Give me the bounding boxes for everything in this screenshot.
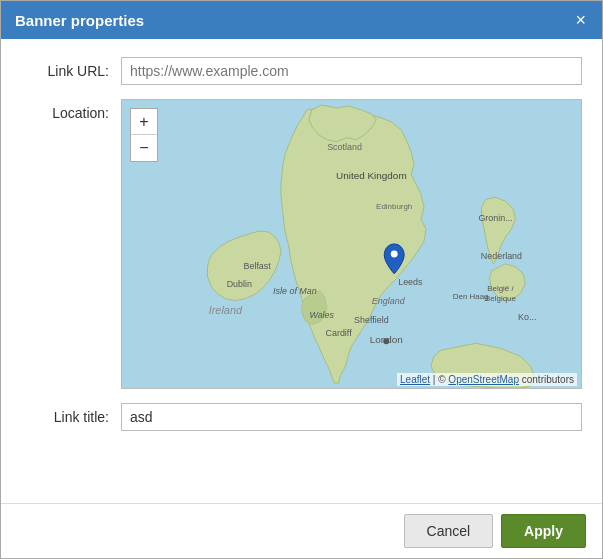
dialog-body: Link URL: Location: <box>1 39 602 503</box>
svg-text:Ko...: Ko... <box>518 312 536 322</box>
zoom-in-button[interactable]: + <box>131 109 157 135</box>
map-attribution: Leaflet | © OpenStreetMap contributors <box>397 373 577 386</box>
location-row: Location: <box>21 99 582 389</box>
svg-text:Scotland: Scotland <box>327 142 362 152</box>
svg-text:Belfast: Belfast <box>244 261 272 271</box>
svg-text:Edinburgh: Edinburgh <box>376 202 412 211</box>
link-title-input[interactable] <box>121 403 582 431</box>
svg-point-29 <box>383 338 389 344</box>
dialog-title: Banner properties <box>15 12 144 29</box>
svg-text:Wales: Wales <box>309 310 334 320</box>
svg-text:Ireland: Ireland <box>209 304 243 316</box>
apply-button[interactable]: Apply <box>501 514 586 548</box>
dialog-header: Banner properties × <box>1 1 602 39</box>
dialog-footer: Cancel Apply <box>1 503 602 558</box>
attribution-separator: | © <box>430 374 448 385</box>
link-url-input[interactable] <box>121 57 582 85</box>
banner-properties-dialog: Banner properties × Link URL: Location: <box>0 0 603 559</box>
map-zoom-controls: + − <box>130 108 158 162</box>
svg-text:United Kingdom: United Kingdom <box>336 170 407 181</box>
svg-text:Leeds: Leeds <box>398 277 423 287</box>
svg-text:België /: België / <box>487 284 514 293</box>
map-container[interactable]: Scotland United Kingdom Edinburgh Belfas… <box>121 99 582 389</box>
svg-text:Isle of Man: Isle of Man <box>273 286 317 296</box>
link-title-row: Link title: <box>21 403 582 431</box>
svg-text:Dublin: Dublin <box>227 279 252 289</box>
link-title-label: Link title: <box>21 403 121 425</box>
osm-link[interactable]: OpenStreetMap <box>448 374 519 385</box>
svg-text:Sheffield: Sheffield <box>354 315 389 325</box>
location-label: Location: <box>21 99 121 121</box>
svg-point-28 <box>391 250 398 257</box>
leaflet-link[interactable]: Leaflet <box>400 374 430 385</box>
zoom-out-button[interactable]: − <box>131 135 157 161</box>
svg-text:England: England <box>372 296 406 306</box>
link-url-label: Link URL: <box>21 57 121 79</box>
link-url-row: Link URL: <box>21 57 582 85</box>
close-button[interactable]: × <box>573 11 588 29</box>
svg-text:Nederland: Nederland <box>481 251 522 261</box>
svg-text:Belgique: Belgique <box>485 294 516 303</box>
map-svg: Scotland United Kingdom Edinburgh Belfas… <box>122 100 581 388</box>
svg-text:Cardiff: Cardiff <box>326 328 353 338</box>
cancel-button[interactable]: Cancel <box>404 514 494 548</box>
svg-text:Den Haag: Den Haag <box>453 292 489 301</box>
svg-text:Gronin...: Gronin... <box>478 213 512 223</box>
attribution-suffix: contributors <box>519 374 574 385</box>
